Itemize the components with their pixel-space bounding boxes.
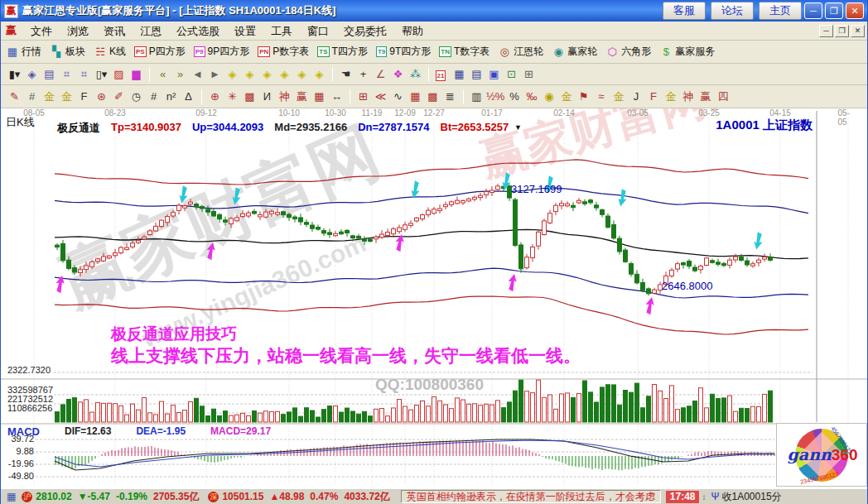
gann-web-tool[interactable]: ✳	[224, 90, 240, 103]
shen-angle-tool[interactable]: 神	[680, 89, 696, 104]
market-grid-icon[interactable]: ▦	[7, 491, 16, 502]
zoom-v-button[interactable]: ◈	[277, 68, 292, 80]
grid123-tool[interactable]: ▦	[311, 90, 327, 103]
p-number-button[interactable]: PNP数字表	[258, 45, 309, 59]
menu-资讯[interactable]: 资讯	[96, 23, 133, 39]
minimize-button[interactable]: ─	[804, 2, 822, 19]
next-page-button[interactable]: ►	[207, 68, 223, 80]
volume-bars-tool[interactable]: ▥	[469, 90, 485, 103]
quotes-button[interactable]: ▦行情	[6, 45, 41, 59]
zoom-h-button[interactable]: ◈	[259, 68, 275, 80]
gann-wheel-button[interactable]: ◎江恩轮	[498, 45, 543, 59]
child-close-button[interactable]: ✕	[851, 25, 865, 37]
export-data-button[interactable]: ⊡	[504, 68, 519, 80]
t-square-button[interactable]: TST四方形	[317, 45, 368, 59]
menu-帮助[interactable]: 帮助	[394, 23, 431, 39]
calculator-tool[interactable]: ▦	[451, 68, 467, 80]
crosshair-tool[interactable]: +	[355, 68, 371, 80]
menu-文件[interactable]: 文件	[23, 23, 60, 39]
gold-circle-tool[interactable]: ◉	[541, 90, 557, 103]
grid-a-tool[interactable]: ▦	[407, 90, 423, 103]
titlebar-button-论坛[interactable]: 论坛	[711, 2, 754, 20]
pattern-k-tool[interactable]: И	[259, 90, 275, 103]
chart-area[interactable]: 赢家财富网.com 赢家财富网 www.yingjia360.com 日K线 极…	[1, 108, 868, 488]
shape-tool[interactable]: ❖	[390, 68, 406, 80]
zigzag-tool[interactable]: ∿	[390, 90, 406, 103]
compass-tool[interactable]: ⊕	[207, 90, 223, 103]
fan-lines-tool[interactable]: F	[76, 90, 92, 103]
hand-tool[interactable]: ☚	[338, 68, 354, 80]
menu-公式选股[interactable]: 公式选股	[169, 23, 227, 39]
zoom-in-button[interactable]: ◈	[294, 68, 310, 80]
news-ticker[interactable]: 英国首相约翰逊表示，在疫情第一阶段过去后，才会考虑	[401, 490, 661, 503]
child-restore-button[interactable]: ❒	[835, 25, 849, 37]
p9-square-button[interactable]: P99P四方形	[194, 45, 249, 59]
color-histogram-tool[interactable]: ▆	[128, 68, 144, 80]
titlebar-button-客服[interactable]: 客服	[663, 2, 706, 20]
bars9-tool[interactable]: ⌗	[76, 68, 92, 81]
ying-tool[interactable]: 赢	[294, 89, 310, 104]
kline-style-dropdown[interactable]: ▮▾	[7, 68, 22, 80]
f-angle-tool[interactable]: F	[645, 90, 661, 103]
zoom-left-button[interactable]: ◈	[224, 68, 240, 80]
close-button[interactable]: ✕	[846, 2, 864, 19]
child-minimize-button[interactable]: ─	[819, 25, 833, 37]
ruler-tool[interactable]: #	[24, 90, 40, 103]
formula-tool[interactable]: ▨	[111, 68, 127, 80]
gold-grid2-tool[interactable]: 金	[59, 89, 75, 104]
menu-江恩[interactable]: 江恩	[133, 23, 169, 39]
t9-square-button[interactable]: T99T四方形	[376, 45, 431, 59]
pencil-note-tool[interactable]: ✐	[111, 90, 127, 103]
gold-grid-tool[interactable]: 金	[41, 89, 57, 104]
calendar-tool[interactable]: 21	[434, 68, 450, 81]
percent-line-tool[interactable]: ‰	[523, 90, 539, 103]
first-page-button[interactable]: «	[155, 68, 171, 80]
comb-tool[interactable]: #	[146, 90, 162, 103]
measure-tool[interactable]: ↔	[329, 90, 345, 103]
winner-wheel-button[interactable]: ◉赢家轮	[552, 45, 597, 59]
candle-setting-dropdown[interactable]: ▯▾	[94, 68, 109, 80]
winner-service-button[interactable]: $赢家服务	[659, 45, 715, 59]
gold-angle-tool[interactable]: 金	[663, 89, 678, 104]
si-angle-tool[interactable]: 四	[715, 89, 731, 104]
menu-窗口[interactable]: 窗口	[300, 23, 336, 39]
wave-tool[interactable]: ≈	[593, 90, 609, 103]
grid-b-tool[interactable]: ▩	[425, 90, 441, 103]
percent-tool[interactable]: %	[506, 90, 522, 103]
hexagon-button[interactable]: ⬡六角形	[605, 45, 651, 59]
spiral-tool[interactable]: ⊛	[94, 90, 109, 103]
j-angle-tool[interactable]: J	[628, 90, 644, 103]
menu-设置[interactable]: 设置	[227, 23, 263, 39]
maximize-button[interactable]: ❐	[825, 2, 843, 19]
zoom-right-button[interactable]: ◈	[242, 68, 258, 80]
cloud-tool[interactable]: ⁂	[407, 68, 423, 80]
angle-pencil-tool[interactable]: ∆	[181, 90, 196, 103]
info-panel-tool[interactable]: ▤	[41, 68, 57, 80]
percent-box-tool[interactable]: ½%	[486, 90, 504, 103]
kline-button[interactable]: ☵K线	[94, 45, 126, 59]
bars3-tool[interactable]: ⌗	[59, 68, 75, 81]
grid-target-tool[interactable]: ▩	[242, 90, 258, 103]
menu-浏览[interactable]: 浏览	[60, 23, 96, 39]
menu-工具[interactable]: 工具	[263, 23, 300, 39]
cycle-clock-tool[interactable]: ◷	[128, 90, 144, 103]
t-number-button[interactable]: TNT数字表	[439, 45, 489, 59]
frame-tool[interactable]: ⊞	[355, 90, 371, 103]
gold-line-tool[interactable]: 金	[558, 89, 574, 104]
prev-page-button[interactable]: ◄	[190, 68, 205, 80]
hatch-tool[interactable]: ≣	[442, 90, 458, 103]
n-squared-tool[interactable]: n²	[163, 90, 179, 103]
ying-angle-tool[interactable]: 赢	[697, 89, 713, 104]
menu-交易委托[interactable]: 交易委托	[336, 23, 394, 39]
blocks-button[interactable]: ▚板块	[50, 45, 85, 59]
title-bar[interactable]: 赢 赢家江恩专业版[赢家服务平台] - [上证指数 SH1A0001-184日K…	[1, 0, 867, 22]
pattern-tool[interactable]: ◈	[24, 68, 40, 80]
flag-tool[interactable]: ⚑	[576, 90, 591, 103]
save-button[interactable]: ▣	[486, 68, 502, 80]
pencil-tool[interactable]: ✎	[7, 90, 22, 103]
shen-tool[interactable]: 神	[277, 89, 292, 104]
angle-measure-tool[interactable]: ∠	[373, 68, 388, 80]
titlebar-button-主页[interactable]: 主页	[759, 2, 802, 20]
print-button[interactable]: ⊞	[521, 68, 537, 80]
p-square-button[interactable]: PSP四方形	[134, 45, 186, 59]
